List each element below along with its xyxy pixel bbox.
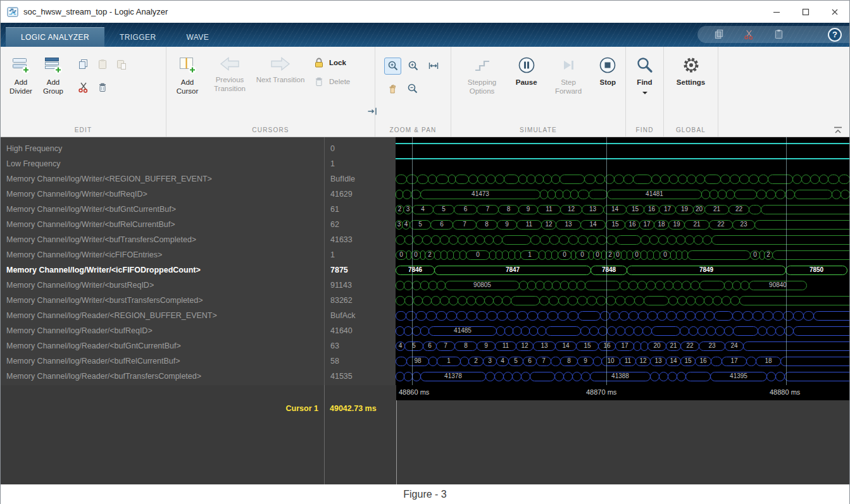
stop-label: Stop: [600, 78, 616, 87]
bus-segment: 5: [409, 220, 431, 230]
signal-name[interactable]: Memory Channel/log/Writer/<bufReqID>: [1, 187, 324, 202]
signal-name[interactable]: Memory Channel/log/Writer/<bufRelCurrent…: [1, 217, 324, 232]
bus-segment: 2: [468, 357, 484, 366]
bus-segment: 17: [639, 220, 654, 230]
bus-segment: [680, 326, 689, 336]
copy-button[interactable]: [78, 59, 89, 70]
signal-name-column: High FrequencyLow FrequencyMemory Channe…: [1, 137, 325, 385]
delete-label: Delete: [329, 78, 350, 85]
zoom-in-time-button[interactable]: [384, 58, 401, 75]
find-button[interactable]: Find: [630, 53, 659, 97]
signal-name[interactable]: Memory Channel/log/Writer/<bufGntCurrent…: [1, 202, 324, 217]
bus-segment: [568, 311, 578, 321]
bus-segment: [396, 357, 407, 366]
section-zoom-pan-label: ZOOM & PAN: [375, 123, 451, 137]
section-find-label: FIND: [626, 123, 663, 137]
bus-segment: [521, 372, 530, 381]
bus-segment: 41473: [420, 190, 541, 199]
pause-button[interactable]: Pause: [510, 53, 542, 87]
add-cursor-icon: [178, 56, 197, 75]
signal-name[interactable]: Memory Channel/log/Reader/<bufReqID>: [1, 323, 324, 338]
stop-button[interactable]: Stop: [594, 53, 622, 87]
bus-segment: 8: [476, 220, 497, 230]
tab-wave[interactable]: WAVE: [172, 27, 225, 47]
section-find: Find FIND: [626, 47, 664, 137]
bus-segment: [616, 326, 625, 336]
zoom-in-button[interactable]: [404, 58, 422, 75]
collapse-ribbon-button[interactable]: [833, 126, 843, 134]
bus-segment: [766, 190, 776, 199]
bus-segment: [715, 326, 725, 336]
bus-segment: [519, 281, 528, 290]
bus-segment: [620, 281, 629, 290]
bus-segment: [641, 235, 650, 245]
cut-icon[interactable]: [744, 29, 754, 40]
bus-segment: 16: [695, 357, 711, 366]
tab-trigger[interactable]: TRIGGER: [104, 27, 171, 47]
waveform-plot[interactable]: 4147341481234567891112131415161719202122…: [396, 137, 849, 385]
signal-name[interactable]: Memory Channel/log/Reader/<REGION_BUFFER…: [1, 308, 324, 323]
signal-name[interactable]: Memory Channel/log/Reader/<bufGntCurrent…: [1, 338, 324, 353]
bus-segment: [487, 311, 497, 321]
bus-segment: [485, 372, 495, 381]
bus-segment: [577, 281, 585, 290]
help-button[interactable]: ?: [828, 28, 842, 42]
signal-name[interactable]: Memory Channel/log/Writer/<icFIFOEntries…: [1, 247, 324, 262]
edit-small-buttons: [74, 53, 131, 99]
bus-segment: 7: [477, 205, 499, 214]
settings-button[interactable]: Settings: [672, 53, 710, 87]
bus-segment: [623, 175, 634, 184]
bus-segment: [749, 205, 761, 214]
add-cursor-button[interactable]: Add Cursor: [170, 53, 204, 96]
app-icon: [7, 6, 18, 18]
time-tick-label: 48860 ms: [399, 388, 429, 396]
signal-name[interactable]: Low Frequency: [1, 156, 324, 171]
section-cursors: Add Cursor Previous Transition Next Tran…: [166, 47, 375, 137]
bus-segment: [504, 326, 513, 336]
cut-button[interactable]: [78, 82, 89, 93]
bus-segment: [551, 357, 561, 366]
bus-segment: [587, 296, 597, 305]
bus-segment: [780, 357, 849, 366]
fit-to-view-button[interactable]: [425, 58, 442, 75]
previous-transition-label: Previous Transition: [204, 76, 255, 94]
paste-icon[interactable]: [773, 29, 784, 40]
cursor-name[interactable]: Cursor 1: [1, 404, 318, 413]
tab-logic-analyzer[interactable]: LOGIC ANALYZER: [6, 27, 104, 47]
add-group-button[interactable]: Add Group: [37, 53, 69, 96]
signal-name[interactable]: Memory Channel/log/Reader/<bufRelCurrent…: [1, 353, 324, 369]
bus-segment: [699, 281, 725, 290]
bus-segment: 20: [647, 341, 666, 351]
bus-segment: [546, 326, 581, 336]
pan-button[interactable]: [384, 80, 401, 97]
bus-segment: [428, 175, 437, 184]
signal-name[interactable]: Memory Channel/log/Reader/<bufTransfersC…: [1, 369, 324, 384]
bus-segment: 15: [576, 341, 599, 351]
signal-name[interactable]: Memory Channel/log/Writer/<REGION_BUFFER…: [1, 171, 324, 187]
copy-icon[interactable]: [714, 29, 725, 40]
signal-name[interactable]: Memory Channel/log/Writer/<burstTransfer…: [1, 293, 324, 308]
bus-segment: [563, 372, 573, 381]
bus-segment: [455, 175, 469, 184]
lock-button[interactable]: Lock: [313, 57, 350, 68]
time-gridline: [412, 137, 413, 385]
bus-segment: [668, 296, 678, 305]
minimize-button[interactable]: [762, 1, 791, 23]
signal-name[interactable]: Memory Channel/log/Writer/<icFIFODropped…: [1, 262, 324, 278]
lock-icon: [313, 57, 325, 68]
add-divider-button[interactable]: Add Divider: [4, 53, 37, 96]
wave-row: 456789111213141516172021222324: [396, 338, 849, 353]
signal-name[interactable]: High Frequency: [1, 141, 324, 156]
bus-segment: [600, 311, 610, 321]
signal-name[interactable]: Memory Channel/log/Writer/<burstReqID>: [1, 278, 324, 293]
stop-icon: [598, 56, 617, 75]
delete-signal-button[interactable]: [97, 82, 108, 93]
zoom-out-button[interactable]: [404, 80, 421, 97]
maximize-button[interactable]: [791, 1, 820, 23]
bus-segment: [803, 311, 814, 321]
bus-segment: [504, 175, 519, 184]
bus-segment: 7849: [627, 266, 786, 275]
signal-name[interactable]: Memory Channel/log/Writer/<bufTransfersC…: [1, 232, 324, 247]
close-button[interactable]: [820, 1, 849, 23]
zoom-end-button[interactable]: [363, 103, 380, 120]
